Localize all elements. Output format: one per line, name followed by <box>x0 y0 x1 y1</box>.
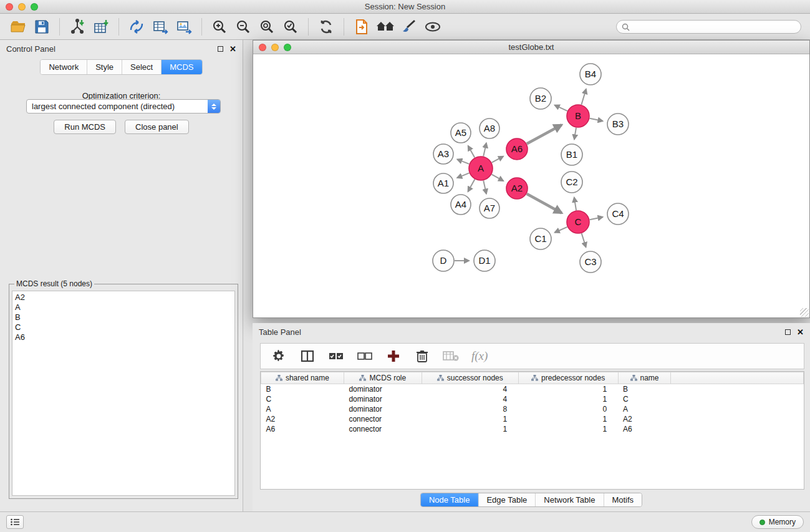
graph-node-A8[interactable]: A8 <box>480 118 499 138</box>
home-button[interactable] <box>374 16 397 37</box>
graph-node-D[interactable]: D <box>433 250 454 271</box>
network-canvas[interactable]: B4B2BB3A8A5A6B1A3AC2A1A2A4A7C4CC1C3DD1 <box>253 55 809 317</box>
graph-edge-A6-B[interactable] <box>527 125 562 143</box>
table-cell[interactable]: B <box>618 384 671 394</box>
table-cell[interactable]: A2 <box>618 414 671 424</box>
tab-style[interactable]: Style <box>87 60 122 74</box>
table-cell[interactable]: 0 <box>518 404 618 414</box>
graph-node-A2[interactable]: A2 <box>506 178 528 199</box>
graph-node-A4[interactable]: A4 <box>451 195 471 215</box>
table-cell[interactable]: 1 <box>518 394 618 404</box>
table-row[interactable]: Adominator80A <box>261 404 804 414</box>
close-table-panel-icon[interactable]: ✕ <box>797 328 804 336</box>
column-header-mcds-role[interactable]: MCDS role <box>344 372 422 384</box>
graph-node-B4[interactable]: B4 <box>580 64 601 85</box>
table-cell[interactable]: 4 <box>422 394 518 404</box>
mcds-result-item[interactable]: A6 <box>15 332 232 342</box>
close-panel-icon[interactable]: ✕ <box>229 45 236 53</box>
minimize-window-button[interactable] <box>18 3 26 11</box>
mcds-result-item[interactable]: C <box>15 322 232 332</box>
table-row[interactable]: Cdominator41C <box>261 394 804 404</box>
table-cell[interactable]: dominator <box>344 404 422 414</box>
table-cell[interactable]: A2 <box>261 414 344 424</box>
graph-node-C4[interactable]: C4 <box>607 203 629 225</box>
refresh-button[interactable] <box>314 16 338 37</box>
new-table-button[interactable] <box>148 16 172 37</box>
graph-node-A1[interactable]: A1 <box>433 173 453 193</box>
export-image-button[interactable] <box>172 16 196 37</box>
float-table-panel-icon[interactable] <box>785 329 791 335</box>
graph-node-D1[interactable]: D1 <box>474 250 495 271</box>
open-session-button[interactable] <box>6 16 30 37</box>
show-panel-list-button[interactable] <box>6 515 24 529</box>
float-panel-icon[interactable] <box>218 46 223 52</box>
graph-node-C[interactable]: C <box>567 211 589 233</box>
table-cell[interactable]: A <box>618 404 671 414</box>
table-cell[interactable]: connector <box>344 424 422 434</box>
graph-node-B[interactable]: B <box>567 105 589 127</box>
graph-edge-C-C1[interactable] <box>555 227 567 233</box>
table-cell[interactable]: 1 <box>518 414 618 424</box>
network-window-titlebar[interactable]: testGlobe.txt <box>253 41 809 54</box>
mcds-result-item[interactable]: A2 <box>15 293 232 302</box>
search-input[interactable] <box>633 22 796 32</box>
graph-edge-A2-C[interactable] <box>527 194 562 213</box>
graph-edge-B-B3[interactable] <box>590 118 603 121</box>
graph-edge-A-A7[interactable] <box>483 181 486 194</box>
mcds-result-list[interactable]: A2ABCA6 <box>12 291 235 496</box>
column-header-name[interactable]: name <box>618 372 671 384</box>
delete-table-button[interactable] <box>443 348 459 364</box>
delete-column-button[interactable] <box>414 348 430 364</box>
import-network-button[interactable] <box>65 16 89 37</box>
table-cell[interactable]: 8 <box>422 404 518 414</box>
graph-edge-B-B1[interactable] <box>574 128 576 140</box>
graph-node-A5[interactable]: A5 <box>451 123 471 143</box>
graph-edge-A-A5[interactable] <box>468 146 475 158</box>
table-cell[interactable]: 1 <box>518 384 618 394</box>
table-row[interactable]: Bdominator41B <box>261 384 804 394</box>
column-header-successor-nodes[interactable]: successor nodes <box>422 372 518 384</box>
table-header-row[interactable]: shared nameMCDS rolesuccessor nodesprede… <box>261 372 804 384</box>
table-row[interactable]: A6connector11A6 <box>261 424 804 434</box>
save-session-button[interactable] <box>30 16 54 37</box>
optimization-criterion-dropdown[interactable]: largest connected component (directed) <box>26 99 221 114</box>
graph-edge-A-A3[interactable] <box>457 160 469 164</box>
deselect-all-button[interactable] <box>357 348 373 364</box>
table-cell[interactable]: 1 <box>518 424 618 434</box>
dropdown-stepper-icon[interactable] <box>208 100 220 113</box>
graph-node-B2[interactable]: B2 <box>530 88 551 109</box>
tab-motifs[interactable]: Motifs <box>604 493 642 506</box>
graph-edge-A-A4[interactable] <box>468 180 475 191</box>
graph-edge-C-C4[interactable] <box>590 217 603 220</box>
table-cell[interactable]: A <box>261 404 344 414</box>
table-cell[interactable]: 1 <box>422 414 518 424</box>
search-field[interactable] <box>616 20 801 34</box>
graph-node-B1[interactable]: B1 <box>561 144 582 165</box>
table-cell[interactable]: B <box>261 384 344 394</box>
tab-network-table[interactable]: Network Table <box>536 493 604 506</box>
select-all-button[interactable] <box>328 348 344 364</box>
table-cell[interactable]: connector <box>344 414 422 424</box>
import-table-button[interactable] <box>89 16 113 37</box>
table-cell[interactable]: A6 <box>618 424 671 434</box>
node-table-container[interactable]: shared nameMCDS rolesuccessor nodesprede… <box>260 371 804 490</box>
graph-edge-A-A2[interactable] <box>492 175 504 181</box>
zoom-fit-button[interactable] <box>255 16 279 37</box>
graph-edge-B-B4[interactable] <box>581 89 586 105</box>
table-cell[interactable]: dominator <box>344 384 422 394</box>
create-column-button[interactable] <box>385 348 402 364</box>
column-header-predecessor-nodes[interactable]: predecessor nodes <box>518 372 618 384</box>
table-cell[interactable]: A6 <box>261 424 344 434</box>
graph-edge-B-B2[interactable] <box>555 105 567 111</box>
network-close-button[interactable] <box>259 44 266 51</box>
graph-node-C3[interactable]: C3 <box>580 251 601 273</box>
function-builder-button[interactable]: f(x) <box>471 349 488 363</box>
table-cell[interactable]: 4 <box>422 384 518 394</box>
close-panel-button[interactable]: Close panel <box>125 120 189 134</box>
mcds-result-item[interactable]: B <box>15 312 232 322</box>
tab-edge-table[interactable]: Edge Table <box>478 493 536 506</box>
tab-network[interactable]: Network <box>41 60 87 74</box>
zoom-out-button[interactable] <box>231 16 255 37</box>
tab-node-table[interactable]: Node Table <box>421 493 479 506</box>
tab-select[interactable]: Select <box>122 60 162 74</box>
